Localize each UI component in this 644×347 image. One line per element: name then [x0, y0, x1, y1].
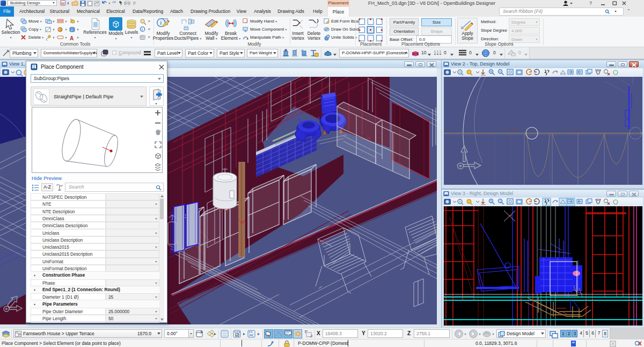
svg-text:i: i [160, 20, 162, 26]
svg-text:♪: ♪ [71, 28, 72, 32]
svg-text:i: i [142, 27, 143, 31]
svg-text:A: A [70, 35, 74, 41]
svg-text:M: M [61, 1, 65, 6]
svg-text:?: ? [589, 1, 592, 6]
